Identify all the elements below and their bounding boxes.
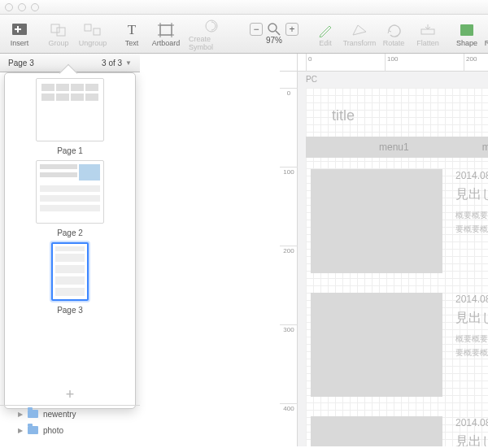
artboard-label[interactable]: PC <box>306 75 317 84</box>
wireframe-menubar[interactable]: menu1 menu2 menu <box>306 137 488 158</box>
edit-button[interactable]: Edit <box>309 15 342 53</box>
add-page-button[interactable]: + <box>5 386 135 403</box>
ruler-tick: 100 <box>280 167 298 176</box>
ruler-vertical[interactable]: 0 100 200 300 400 <box>280 72 298 446</box>
image-placeholder <box>311 293 442 397</box>
insert-icon <box>10 21 29 39</box>
menu-item: menu2 <box>482 141 488 153</box>
ruler-tick: 100 <box>385 54 398 72</box>
artboard-icon <box>156 21 176 39</box>
wireframe-article[interactable]: 2014.08.28 genre ge 見出し見出し見出し見出し見出し見出し 概… <box>311 293 488 397</box>
rotate-button[interactable]: Rotate <box>377 15 410 53</box>
text-icon: T <box>122 21 142 39</box>
page-thumbnail-label: Page 3 <box>57 306 83 315</box>
svg-rect-5 <box>85 24 91 31</box>
edit-label: Edit <box>319 39 332 47</box>
svg-rect-3 <box>51 24 59 33</box>
page-count: 3 of 3 <box>102 59 122 67</box>
image-placeholder <box>311 416 442 446</box>
zoom-control: − + 97% <box>246 15 303 53</box>
wireframe-article[interactable]: 2014.08.28 genre ge 見出し見出し見出し見出し見出し見出し <box>311 416 488 446</box>
group-icon <box>49 21 68 39</box>
flatten-button[interactable]: Flatten <box>412 15 444 53</box>
article-headline: 見出し見出し見出し見出し見出し見出し <box>455 185 488 203</box>
transform-button[interactable]: Transform <box>343 15 376 53</box>
canvas[interactable]: PC title menu1 menu2 menu 2014.08.28 gen… <box>298 72 488 446</box>
ruler-tick: 0 <box>306 54 312 72</box>
disclosure-icon: ▶ <box>18 427 23 434</box>
layer-item[interactable]: ▶ photo <box>0 422 140 438</box>
article-date: 2014.08.28 <box>455 294 488 305</box>
svg-point-13 <box>268 24 277 32</box>
layer-label: newentry <box>43 410 76 419</box>
create-symbol-icon <box>202 17 221 35</box>
artboard-button[interactable]: Artboard <box>150 15 182 53</box>
artboard-label: Artboard <box>152 39 181 47</box>
svg-rect-16 <box>460 24 473 36</box>
article-date: 2014.08.28 <box>455 170 488 181</box>
edit-icon <box>316 21 335 39</box>
rectangle-label: Rectangle <box>485 39 488 47</box>
image-placeholder <box>311 169 442 273</box>
svg-rect-15 <box>421 29 434 34</box>
svg-rect-7 <box>160 25 172 35</box>
page-thumbnail-2[interactable]: Page 2 <box>36 160 104 237</box>
svg-rect-6 <box>94 28 100 35</box>
artboard[interactable]: title menu1 menu2 menu 2014.08.28 genre … <box>306 88 488 446</box>
page-thumbnail-1[interactable]: Page 1 <box>36 78 104 155</box>
pages-popover: Page 1 Page 2 <box>4 72 136 409</box>
layer-label: photo <box>43 426 63 435</box>
zoom-in-button[interactable]: + <box>285 23 298 36</box>
chevron-down-icon: ▼ <box>125 59 132 67</box>
magnifier-icon <box>268 23 281 36</box>
ruler-horizontal[interactable]: 0 100 200 300 400 <box>298 54 488 72</box>
flatten-icon <box>418 21 438 39</box>
rotate-label: Rotate <box>383 39 405 47</box>
folder-icon <box>28 410 38 418</box>
article-summary: 概要概要概要概要概要概要概要概要概要概要概要概要概要概要概要概要概要概要概要概要… <box>455 208 488 236</box>
canvas-area: 0 100 200 300 400 0 100 200 300 400 PC t… <box>280 54 488 446</box>
layers-list: ▶ newentry ▶ photo <box>0 405 140 438</box>
ruler-tick: 400 <box>280 403 298 412</box>
minimize-window-button[interactable] <box>18 3 26 11</box>
ruler-corner <box>280 54 298 72</box>
zoom-window-button[interactable] <box>31 3 39 11</box>
current-page-label: Page 3 <box>8 59 34 67</box>
page-thumbnail-label: Page 1 <box>57 146 83 155</box>
text-button[interactable]: T Text <box>115 15 148 53</box>
svg-rect-4 <box>57 28 65 36</box>
group-label: Group <box>48 39 68 47</box>
folder-icon <box>28 426 38 434</box>
text-label: Text <box>125 39 139 47</box>
ruler-tick: 300 <box>280 324 298 333</box>
shape-icon <box>457 21 477 39</box>
insert-label: Insert <box>11 39 29 47</box>
rectangle-button[interactable]: Rectangle <box>485 15 488 53</box>
transform-icon <box>350 21 369 39</box>
window-titlebar <box>0 0 488 15</box>
insert-button[interactable]: Insert <box>3 15 36 53</box>
create-symbol-button[interactable]: Create Symbol <box>184 15 239 53</box>
close-window-button[interactable] <box>5 3 13 11</box>
layer-item[interactable]: ▶ newentry <box>0 406 140 422</box>
group-button[interactable]: Group <box>42 15 75 53</box>
shape-button[interactable]: Shape <box>451 15 483 53</box>
main-toolbar: Insert Group Ungroup T Text Artboard Cre… <box>0 15 488 54</box>
article-headline: 見出し見出し見出し見出し見出し見出し <box>455 432 488 446</box>
transform-label: Transform <box>343 39 377 47</box>
ungroup-button[interactable]: Ungroup <box>76 15 109 53</box>
zoom-out-button[interactable]: − <box>250 23 263 36</box>
ruler-tick: 200 <box>280 246 298 254</box>
zoom-value: 97% <box>266 36 282 45</box>
svg-line-14 <box>276 31 280 35</box>
flatten-label: Flatten <box>416 39 439 47</box>
wireframe-article[interactable]: 2014.08.28 genre ge 見出し見出し見出し見出し見出し見出し 概… <box>311 169 488 273</box>
page-thumbnail-image <box>36 78 104 141</box>
wireframe-title[interactable]: title <box>332 107 355 124</box>
article-date: 2014.08.28 <box>455 417 488 428</box>
menu-item: menu1 <box>379 141 409 153</box>
ruler-tick: 0 <box>280 88 298 97</box>
ruler-tick: 200 <box>464 54 477 72</box>
page-thumbnail-label: Page 2 <box>57 228 83 237</box>
page-thumbnail-3[interactable]: Page 3 <box>51 242 89 315</box>
